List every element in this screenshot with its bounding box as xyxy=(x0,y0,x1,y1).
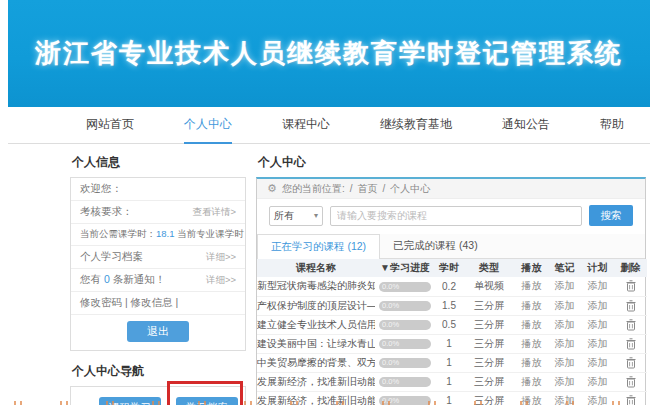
progress-value: 0.0% xyxy=(379,358,431,368)
category-select-value: 所有 xyxy=(274,209,294,223)
category-select[interactable]: 所有 ▾ xyxy=(269,206,323,226)
change-info-link[interactable]: 修改信息 xyxy=(131,296,173,308)
progress-bar: 0.0% xyxy=(379,358,431,368)
public-hours-label: 当前公需课学时： xyxy=(80,228,156,239)
add-note-link[interactable]: 添加 xyxy=(555,338,575,349)
trash-icon[interactable] xyxy=(626,357,636,369)
separator: | xyxy=(125,296,128,308)
progress-bar: 0.0% xyxy=(379,282,431,292)
course-hours: 1 xyxy=(435,353,463,372)
course-type: 三分屏 xyxy=(463,315,515,334)
breadcrumb-home-link[interactable]: 首页 xyxy=(357,182,377,196)
course-type: 三分屏 xyxy=(463,372,515,391)
tab-learning-courses[interactable]: 正在学习的课程 (12) xyxy=(257,234,380,259)
course-type: 三分屏 xyxy=(463,296,515,315)
table-header-row: 课程名称 ▼学习进度 学时 类型 播放 笔记 计划 删除 xyxy=(257,259,647,277)
course-filter-row: 所有 ▾ 搜索 xyxy=(257,199,645,232)
course-tabs: 正在学习的课程 (12) 已完成的课程 (43) xyxy=(257,234,645,259)
add-note-link[interactable]: 添加 xyxy=(555,319,575,330)
personal-center-panel: ⚙ 您的当前位置: / 首页 / 个人中心 所有 ▾ 搜索 正在学习的 xyxy=(256,177,646,405)
nav-item-notices[interactable]: 通知公告 xyxy=(502,107,550,144)
nav-item-personal-center[interactable]: 个人中心 xyxy=(184,107,232,144)
account-links: 修改密码 | 修改信息 | xyxy=(80,296,178,310)
archive-details-link[interactable]: 详细>> xyxy=(206,251,236,264)
header-delete: 删除 xyxy=(614,259,647,277)
course-hours: 1.5 xyxy=(435,296,463,315)
notice-details-link[interactable]: 详细>> xyxy=(206,274,236,287)
content-area: 个人信息 欢迎您： 考核要求： 查看详情> 当前公需课学时：18.1 当前专业课… xyxy=(8,144,650,405)
play-link[interactable]: 播放 xyxy=(522,357,542,368)
course-search-button[interactable]: 搜索 xyxy=(589,205,633,226)
assessment-details-link[interactable]: 查看详情> xyxy=(192,206,236,219)
add-plan-link[interactable]: 添加 xyxy=(588,376,608,387)
chevron-down-icon: ▾ xyxy=(314,211,318,220)
play-link[interactable]: 播放 xyxy=(522,319,542,330)
trash-icon[interactable] xyxy=(626,338,636,350)
nav-item-education-base[interactable]: 继续教育基地 xyxy=(380,107,452,144)
separator: | xyxy=(176,296,179,308)
play-link[interactable]: 播放 xyxy=(522,376,542,387)
trash-icon[interactable] xyxy=(626,376,636,388)
nav-item-course-center[interactable]: 课程中心 xyxy=(282,107,330,144)
hours-row: 当前公需课学时：18.1 当前专业课学时：0 xyxy=(71,224,245,246)
header-note: 笔记 xyxy=(548,259,581,277)
trash-icon[interactable] xyxy=(626,300,636,312)
progress-bar: 0.0% xyxy=(379,301,431,311)
progress-bar: 0.0% xyxy=(379,320,431,330)
logout-button[interactable]: 退出 xyxy=(127,321,189,342)
course-name: 新型冠状病毒感染的肺炎知识要点 xyxy=(257,277,375,296)
archive-label: 个人学习档案 xyxy=(80,250,143,264)
progress-bar: 0.0% xyxy=(379,339,431,349)
add-plan-link[interactable]: 添加 xyxy=(588,300,608,311)
table-row: 中美贸易摩擦的背景、双方策略... 0.0% 1 三分屏 播放 添加 添加 xyxy=(257,353,647,372)
center-nav-title: 个人中心导航 xyxy=(72,363,246,380)
play-link[interactable]: 播放 xyxy=(522,300,542,311)
clipped-bottom-content xyxy=(0,401,650,405)
progress-value: 0.0% xyxy=(379,282,431,292)
table-row: 发展新经济，找准新旧动能转换... 0.0% 1 三分屏 播放 添加 添加 xyxy=(257,372,647,391)
nav-item-home[interactable]: 网站首页 xyxy=(86,107,134,144)
add-note-link[interactable]: 添加 xyxy=(555,280,575,291)
header-hours: 学时 xyxy=(435,259,463,277)
header-play: 播放 xyxy=(515,259,548,277)
table-row: 新型冠状病毒感染的肺炎知识要点 0.0% 0.2 单视频 播放 添加 添加 xyxy=(257,277,647,296)
add-note-link[interactable]: 添加 xyxy=(555,376,575,387)
account-links-row: 修改密码 | 修改信息 | xyxy=(71,292,245,315)
change-password-link[interactable]: 修改密码 xyxy=(80,296,122,308)
course-name: 产权保护制度的顶层设计—— 《... xyxy=(257,296,375,315)
breadcrumb-separator: / xyxy=(382,183,385,194)
course-hours: 1 xyxy=(435,372,463,391)
add-plan-link[interactable]: 添加 xyxy=(588,280,608,291)
welcome-label: 欢迎您： xyxy=(80,182,122,196)
course-hours: 0.2 xyxy=(435,277,463,296)
personal-info-title: 个人信息 xyxy=(72,154,246,171)
add-plan-link[interactable]: 添加 xyxy=(588,319,608,330)
course-type: 单视频 xyxy=(463,277,515,296)
header-progress[interactable]: ▼学习进度 xyxy=(375,259,435,277)
trash-icon[interactable] xyxy=(626,280,636,292)
progress-value: 0.0% xyxy=(379,339,431,349)
course-name: 发展新经济，找准新旧动能转换... xyxy=(257,372,375,391)
header-course-name: 课程名称 xyxy=(257,259,375,277)
progress-cell: 0.0% xyxy=(375,353,435,372)
gear-icon: ⚙ xyxy=(267,182,277,195)
tab-completed-courses[interactable]: 已完成的课程 (43) xyxy=(380,234,491,258)
public-hours-value: 18.1 xyxy=(156,228,175,239)
add-plan-link[interactable]: 添加 xyxy=(588,357,608,368)
course-search-input[interactable] xyxy=(330,206,582,226)
progress-cell: 0.0% xyxy=(375,296,435,315)
play-link[interactable]: 播放 xyxy=(522,338,542,349)
play-link[interactable]: 播放 xyxy=(522,280,542,291)
add-note-link[interactable]: 添加 xyxy=(555,300,575,311)
course-name: 中美贸易摩擦的背景、双方策略... xyxy=(257,353,375,372)
trash-icon[interactable] xyxy=(626,319,636,331)
breadcrumb: ⚙ 您的当前位置: / 首页 / 个人中心 xyxy=(257,179,645,199)
add-note-link[interactable]: 添加 xyxy=(555,357,575,368)
course-type: 三分屏 xyxy=(463,334,515,353)
progress-value: 0.0% xyxy=(379,377,431,387)
archive-row: 个人学习档案 详细>> xyxy=(71,246,245,269)
course-name: 建设美丽中国：让绿水青山变成... xyxy=(257,334,375,353)
welcome-row: 欢迎您： xyxy=(71,178,245,201)
add-plan-link[interactable]: 添加 xyxy=(588,338,608,349)
nav-item-help[interactable]: 帮助 xyxy=(600,107,624,144)
